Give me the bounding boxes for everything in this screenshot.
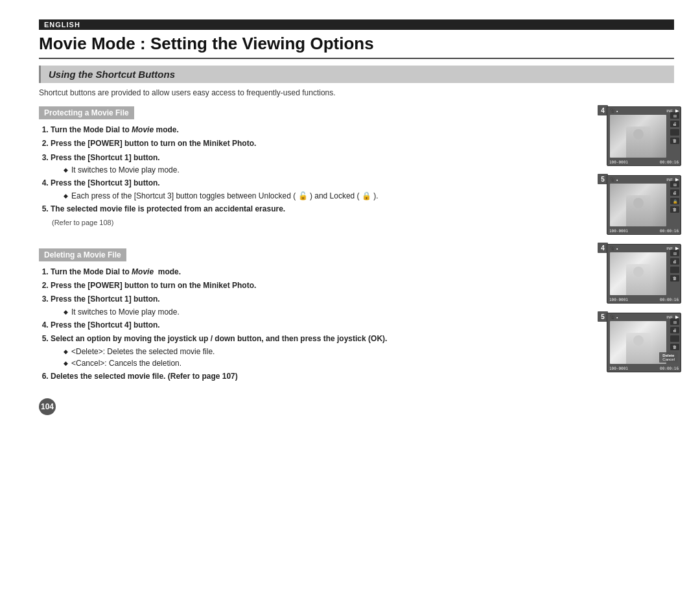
overlay-cancel-text: Cancel: [662, 357, 675, 361]
intro-text: Shortcut buttons are provided to allow u…: [39, 88, 674, 97]
cam3-icon-movie: 🎥: [609, 246, 615, 251]
step-2: Press the [POWER] button to turn on the …: [51, 137, 590, 150]
movie-italic2: Movie: [132, 267, 154, 276]
cam2-right-icons: ⊞ 🖨 🔒 🗑: [670, 181, 679, 213]
cam1-icon-sq: ▪: [616, 109, 618, 114]
cam1-right-icons: ⊞ 🖨 🗑: [670, 112, 679, 144]
cam4-file: 100-0001: [609, 366, 628, 370]
del-step-3: Press the [Shortcut 1] button. It switch…: [51, 293, 590, 317]
cam1-ricon4: 🗑: [670, 138, 679, 144]
cam4-ricon3: [670, 335, 679, 342]
protect-bullet1: It switches to Movie play mode.: [64, 164, 590, 176]
del-step-1: Turn the Mode Dial to Movie mode.: [51, 265, 590, 278]
left-column: Protecting a Movie File Turn the Mode Di…: [39, 106, 590, 581]
cam3-file: 100-0001: [609, 297, 628, 302]
del-step-6: Deletes the selected movie file. (Refer …: [51, 370, 590, 383]
cam1-child: [626, 126, 651, 158]
protect-section: Protecting a Movie File Turn the Mode Di…: [39, 106, 590, 232]
delete-cancel-overlay: Delete Cancel: [659, 352, 678, 363]
cam4-right-icons: ⊞ 🖨 🗑: [670, 318, 679, 350]
cam2-bottombar: 100-0001 00:00:16: [607, 226, 681, 234]
page: ENGLISH Movie Mode : Setting the Viewing…: [0, 0, 700, 600]
cam3-icon-sq: ▪: [616, 246, 618, 251]
cam2-ricon2: 🖨: [670, 189, 679, 196]
delete-header: Deleting a Movie File: [39, 248, 126, 261]
cam4-bottombar: 100-0001 00:00:16: [607, 364, 681, 372]
cam2-ricon1: ⊞: [670, 181, 679, 187]
cam1-time: 00:00:16: [660, 160, 679, 164]
cam1-ricon1: ⊞: [670, 112, 679, 119]
cam2-file: 100-0001: [609, 228, 628, 233]
cam3-time: 00:00:16: [660, 297, 679, 302]
cam4-photo: [610, 321, 666, 364]
cam1-file: 100-0001: [609, 160, 628, 164]
cam4-ricon1: ⊞: [670, 318, 679, 325]
camera-screen-4: 🎥 ▪ INF ▶ ⊞ 🖨 🗑: [607, 313, 681, 372]
protect-refer: (Refer to page 108): [52, 217, 590, 229]
cam3-face: [633, 267, 644, 277]
cam4-ricon2: 🖨: [670, 327, 679, 333]
cam3-right-icons: ⊞ 🖨 🗑: [670, 250, 679, 282]
cam3-photo: [610, 252, 666, 295]
cam4-child: [626, 333, 651, 364]
cam3-ricon1: ⊞: [670, 250, 679, 256]
right-column: 4 🎥 ▪ INF ▶ ⊞ 🖨: [596, 106, 674, 581]
cam4-ricon4: 🗑: [670, 344, 679, 350]
section-header: Using the Shortcut Buttons: [39, 66, 674, 83]
cam4-icon-movie: 🎥: [609, 315, 615, 320]
cam2-child: [626, 195, 651, 226]
del-step-4: Press the [Shortcut 4] button.: [51, 318, 590, 331]
page-number: 104: [39, 398, 56, 415]
main-title: Movie Mode : Setting the Viewing Options: [39, 34, 674, 59]
cam1-ricon3: [670, 129, 679, 136]
cam3-bottombar: 100-0001 00:00:16: [607, 295, 681, 303]
step-4: Press the [Shortcut 3] button. Each pres…: [51, 176, 590, 201]
content-area: Protecting a Movie File Turn the Mode Di…: [39, 106, 674, 581]
delete-bullet1: It switches to Movie play mode.: [64, 306, 590, 318]
protect-header: Protecting a Movie File: [39, 106, 134, 119]
screen-1-wrapper: 4 🎥 ▪ INF ▶ ⊞ 🖨: [607, 106, 674, 166]
movie-italic: Movie: [132, 125, 154, 134]
cam1-photo: [610, 115, 666, 158]
cam1-face: [633, 129, 644, 139]
cam3-child: [626, 264, 651, 295]
cam2-icon-movie: 🎥: [609, 177, 615, 182]
step-3: Press the [Shortcut 1] button. It switch…: [51, 151, 590, 176]
protect-steps: Turn the Mode Dial to Movie mode. Press …: [39, 123, 590, 229]
cam2-ricon-lock: 🔒: [670, 198, 679, 204]
del-step-5: Select an option by moving the joystick …: [51, 332, 590, 368]
screen-3-wrapper: 4 🎥 ▪ INF ▶ ⊞ 🖨: [607, 244, 674, 304]
screen-2-wrapper: 5 🎥 ▪ INF ▶ ⊞ 🖨: [607, 175, 674, 235]
delete-section: Deleting a Movie File Turn the Mode Dial…: [39, 248, 590, 385]
step-1: Turn the Mode Dial to Movie mode.: [51, 123, 590, 136]
cam4-icon-sq: ▪: [616, 315, 618, 320]
cam4-face: [633, 335, 644, 346]
cam2-ricon4: 🗑: [670, 206, 679, 213]
bottom-row: 104: [39, 398, 590, 415]
cam1-bottombar: 100-0001 00:00:16: [607, 158, 681, 165]
cam1-icon-movie: 🎥: [609, 108, 615, 114]
cam2-photo: [610, 184, 666, 226]
cam3-ricon2: 🖨: [670, 258, 679, 265]
cam2-time: 00:00:16: [660, 228, 679, 233]
cam1-ricon2: 🖨: [670, 121, 679, 127]
cam3-ricon4: 🗑: [670, 275, 679, 282]
camera-screen-3: 🎥 ▪ INF ▶ ⊞ 🖨 🗑: [607, 244, 681, 304]
protect-bullet2: Each press of the [Shortcut 3] button to…: [64, 190, 590, 202]
step-5: The selected movie file is protected fro…: [51, 202, 590, 215]
language-badge: ENGLISH: [39, 19, 674, 30]
del-step-2: Press the [POWER] button to turn on the …: [51, 279, 590, 292]
camera-screen-2: 🎥 ▪ INF ▶ ⊞ 🖨 🔒 🗑: [607, 175, 681, 235]
screen-4-wrapper: 5 🎥 ▪ INF ▶ ⊞ 🖨: [607, 313, 674, 372]
cam4-time: 00:00:16: [660, 366, 679, 370]
delete-steps: Turn the Mode Dial to Movie mode. Press …: [39, 265, 590, 383]
cam2-icon-sq: ▪: [616, 178, 618, 182]
delete-bullet3: <Cancel>: Cancels the deletion.: [64, 357, 590, 369]
delete-bullet2: <Delete>: Deletes the selected movie fil…: [64, 346, 590, 357]
cam3-ricon3: [670, 267, 679, 273]
cam2-face: [633, 198, 644, 208]
camera-screen-1: 🎥 ▪ INF ▶ ⊞ 🖨 🗑: [607, 106, 681, 166]
